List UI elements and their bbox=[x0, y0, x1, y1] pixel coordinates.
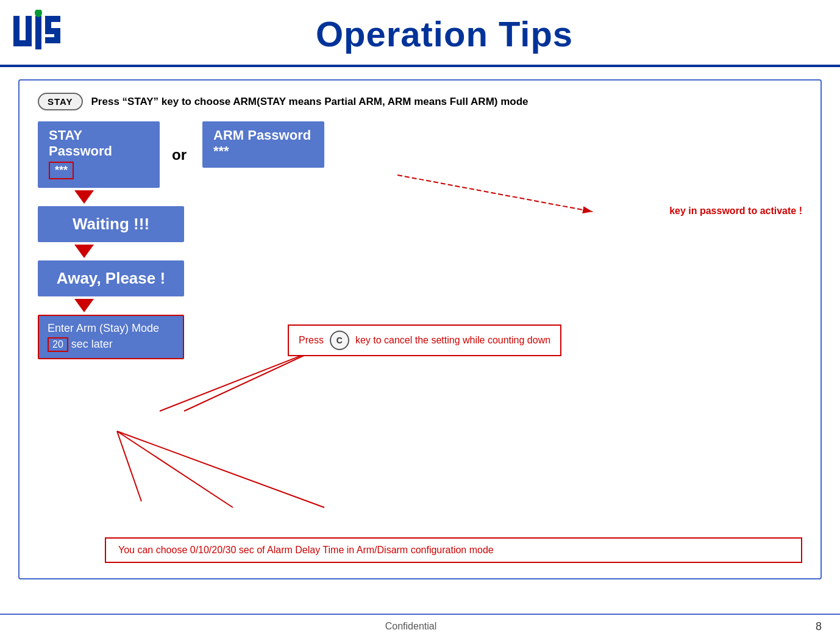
stay-password-stars: *** bbox=[49, 162, 74, 179]
stay-password-box: STAY Password *** bbox=[38, 121, 160, 188]
arrow-down-2 bbox=[74, 245, 94, 258]
or-text: or bbox=[172, 146, 190, 163]
svg-rect-1 bbox=[26, 16, 32, 43]
arrow-down-3 bbox=[74, 299, 94, 312]
arm-password-stars: *** bbox=[213, 143, 229, 159]
line-to-bottom-3 bbox=[117, 431, 324, 507]
arm-password-title: ARM Password bbox=[213, 127, 311, 143]
footer-center-text: Confidential bbox=[385, 621, 437, 632]
press-c-box: Press C key to cancel the setting while … bbox=[288, 324, 561, 356]
footer-page-number: 8 bbox=[436, 620, 840, 633]
stay-row: STAY Press “STAY” key to choose ARM(STAY… bbox=[38, 93, 802, 110]
enter-arm-line1: Enter Arm (Stay) Mode bbox=[48, 322, 159, 334]
password-row: STAY Password *** or ARM Password *** bbox=[38, 121, 257, 188]
footer: Confidential 8 bbox=[0, 614, 840, 638]
c-circle: C bbox=[330, 331, 349, 350]
enter-arm-box: Enter Arm (Stay) Mode 20 sec later bbox=[38, 315, 184, 359]
away-box: Away, Please ! bbox=[38, 260, 184, 296]
svg-rect-2 bbox=[13, 40, 32, 46]
flow-container: STAY Password *** or ARM Password *** Wa… bbox=[38, 121, 802, 359]
arm-password-box: ARM Password *** bbox=[202, 121, 324, 168]
waiting-label: Waiting !!! bbox=[73, 215, 149, 233]
stay-description: Press “STAY” key to choose ARM(STAY mean… bbox=[91, 96, 529, 108]
stay-password-title: STAY Password bbox=[49, 127, 112, 159]
arrow-down-1 bbox=[74, 190, 94, 204]
enter-arm-line2: sec later bbox=[71, 338, 113, 350]
line-to-bottom-1 bbox=[117, 431, 141, 501]
header: Operation Tips bbox=[0, 0, 840, 67]
svg-rect-3 bbox=[35, 16, 41, 49]
waiting-box: Waiting !!! bbox=[38, 206, 184, 242]
bottom-note-text: You can choose 0/10/20/30 sec of Alarm D… bbox=[118, 545, 494, 555]
key-in-annotation: key in password to activate ! bbox=[669, 206, 802, 217]
left-flow: STAY Password *** or ARM Password *** Wa… bbox=[38, 121, 257, 359]
bottom-note-box: You can choose 0/10/20/30 sec of Alarm D… bbox=[105, 537, 802, 563]
main-content: STAY Press “STAY” key to choose ARM(STAY… bbox=[0, 67, 840, 608]
stay-button-label: STAY bbox=[38, 93, 83, 110]
press-text: Press bbox=[299, 335, 324, 346]
diagram-box: STAY Press “STAY” key to choose ARM(STAY… bbox=[18, 79, 822, 579]
enter-arm-sec: 20 bbox=[48, 337, 68, 352]
page-title: Operation Tips bbox=[67, 13, 822, 54]
away-label: Away, Please ! bbox=[57, 269, 165, 287]
svg-rect-0 bbox=[13, 16, 20, 43]
press-c-description: key to cancel the setting while counting… bbox=[355, 335, 550, 346]
uis-logo bbox=[12, 10, 67, 59]
c-label: C bbox=[336, 335, 343, 345]
line-to-bottom-2 bbox=[117, 431, 233, 507]
